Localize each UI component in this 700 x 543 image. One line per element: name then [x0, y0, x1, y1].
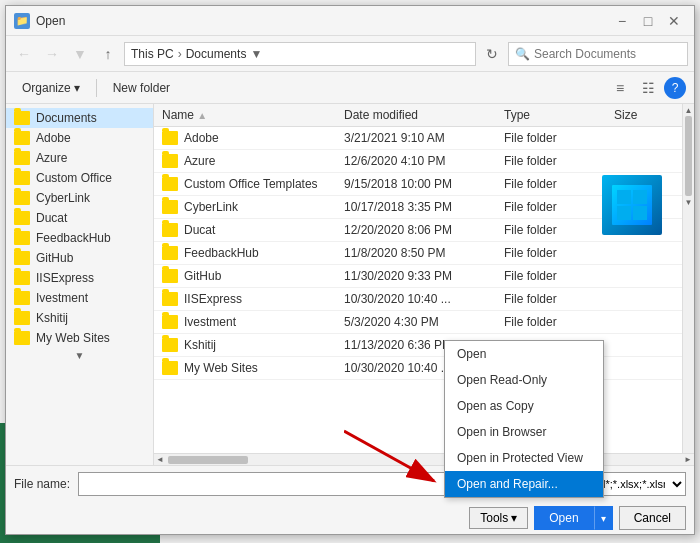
preview-button[interactable]: ☷: [636, 76, 660, 100]
windows-logo-svg: [616, 189, 648, 221]
sidebar-item-adobe[interactable]: Adobe: [6, 128, 153, 148]
folder-icon: [162, 292, 178, 306]
back-button[interactable]: ←: [12, 42, 36, 66]
cancel-button[interactable]: Cancel: [619, 506, 686, 530]
sidebar-item-feedbackhub[interactable]: FeedbackHub: [6, 228, 153, 248]
address-path[interactable]: This PC › Documents ▼: [124, 42, 476, 66]
sidebar-label: FeedbackHub: [36, 231, 111, 245]
sidebar-item-ivestment[interactable]: Ivestment: [6, 288, 153, 308]
sidebar-item-custom-office[interactable]: Custom Office: [6, 168, 153, 188]
dropdown-item-open-in-browser[interactable]: Open in Browser: [445, 419, 603, 445]
svg-rect-0: [617, 190, 631, 204]
file-list-header: Name ▲ Date modified Type Size: [154, 104, 682, 127]
sidebar-label: CyberLink: [36, 191, 90, 205]
folder-icon: [14, 331, 30, 345]
dropdown-item-open-read-only[interactable]: Open Read-Only: [445, 367, 603, 393]
scroll-up-arrow[interactable]: ▲: [683, 104, 694, 116]
tools-button[interactable]: Tools ▾: [469, 507, 528, 529]
dropdown-item-open[interactable]: Open: [445, 341, 603, 367]
file-name-cell: Azure: [162, 154, 344, 168]
horizontal-scrollbar[interactable]: ◄ ►: [154, 453, 694, 465]
filename-input[interactable]: [78, 472, 498, 496]
folder-icon: [162, 223, 178, 237]
svg-rect-1: [633, 190, 647, 204]
minimize-button[interactable]: −: [610, 10, 634, 32]
dropdown-item-open-repair[interactable]: Open and Repair...: [445, 471, 603, 497]
dropdown-item-open-protected[interactable]: Open in Protected View: [445, 445, 603, 471]
table-row[interactable]: Ivestment 5/3/2020 4:30 PM File folder: [154, 311, 682, 334]
search-input[interactable]: [534, 47, 681, 61]
toolbar: Organize ▾ New folder ≡ ☷ ?: [6, 72, 694, 104]
help-button[interactable]: ?: [664, 77, 686, 99]
forward-button[interactable]: →: [40, 42, 64, 66]
table-row[interactable]: FeedbackHub 11/8/2020 8:50 PM File folde…: [154, 242, 682, 265]
col-name[interactable]: Name ▲: [162, 108, 344, 122]
file-name-cell: GitHub: [162, 269, 344, 283]
sidebar-label: GitHub: [36, 251, 73, 265]
up-button[interactable]: ↑: [96, 42, 120, 66]
organize-button[interactable]: Organize ▾: [14, 78, 88, 98]
folder-icon: [162, 315, 178, 329]
file-name-cell: IISExpress: [162, 292, 344, 306]
sidebar-label: Ivestment: [36, 291, 88, 305]
dialog-icon: 📁: [14, 13, 30, 29]
dropdown-item-open-as-copy[interactable]: Open as Copy: [445, 393, 603, 419]
folder-icon: [14, 311, 30, 325]
sidebar-item-github[interactable]: GitHub: [6, 248, 153, 268]
col-date[interactable]: Date modified: [344, 108, 504, 122]
new-folder-button[interactable]: New folder: [105, 78, 178, 98]
h-scroll-right-arrow[interactable]: ►: [682, 455, 694, 464]
open-dropdown-button[interactable]: ▾: [594, 506, 613, 530]
window-controls: − □ ✕: [610, 10, 686, 32]
sidebar-item-ducat[interactable]: Ducat: [6, 208, 153, 228]
tools-arrow-icon: ▾: [511, 511, 517, 525]
dialog-title: Open: [36, 14, 610, 28]
path-thispc: This PC: [131, 47, 174, 61]
sidebar-item-iisexpress[interactable]: IISExpress: [6, 268, 153, 288]
folder-icon: [162, 177, 178, 191]
file-name-cell: Adobe: [162, 131, 344, 145]
filename-label: File name:: [14, 477, 70, 491]
col-type[interactable]: Type: [504, 108, 614, 122]
table-row[interactable]: IISExpress 10/30/2020 10:40 ... File fol…: [154, 288, 682, 311]
file-name-cell: Ducat: [162, 223, 344, 237]
table-row[interactable]: Azure 12/6/2020 4:10 PM File folder: [154, 150, 682, 173]
file-name-cell: Kshitij: [162, 338, 344, 352]
new-folder-label: New folder: [113, 81, 170, 95]
view-button[interactable]: ≡: [608, 76, 632, 100]
vertical-scrollbar[interactable]: ▲ ▼: [682, 104, 694, 453]
open-button[interactable]: Open: [534, 506, 593, 530]
scroll-thumb[interactable]: [685, 116, 692, 196]
windows-logo-overlay: [602, 175, 662, 235]
tools-label: Tools: [480, 511, 508, 525]
folder-icon: [162, 246, 178, 260]
close-button[interactable]: ✕: [662, 10, 686, 32]
windows-logo-inner: [612, 185, 652, 225]
table-row-custom-office-templates[interactable]: Custom Office Templates 9/15/2018 10:00 …: [154, 173, 682, 196]
scroll-down-arrow[interactable]: ▼: [683, 196, 694, 208]
address-bar: ← → ▼ ↑ This PC › Documents ▼ ↻ 🔍: [6, 36, 694, 72]
h-scroll-left-arrow[interactable]: ◄: [154, 455, 166, 464]
sidebar-label: Documents: [36, 111, 97, 125]
recent-locations-button[interactable]: ▼: [68, 42, 92, 66]
refresh-button[interactable]: ↻: [480, 42, 504, 66]
folder-icon: [14, 251, 30, 265]
sidebar-item-azure[interactable]: Azure: [6, 148, 153, 168]
h-scroll-thumb[interactable]: [168, 456, 248, 464]
scroll-down-indicator[interactable]: ▼: [6, 348, 153, 363]
sidebar-item-cyberlink[interactable]: CyberLink: [6, 188, 153, 208]
sidebar-item-my-web-sites[interactable]: My Web Sites: [6, 328, 153, 348]
maximize-button[interactable]: □: [636, 10, 660, 32]
col-size[interactable]: Size: [614, 108, 674, 122]
sidebar-label: IISExpress: [36, 271, 94, 285]
file-name-cell: FeedbackHub: [162, 246, 344, 260]
folder-icon: [14, 291, 30, 305]
table-row[interactable]: GitHub 11/30/2020 9:33 PM File folder: [154, 265, 682, 288]
sidebar-item-kshitij[interactable]: Kshitij: [6, 308, 153, 328]
folder-icon: [14, 211, 30, 225]
open-dropdown-menu: Open Open Read-Only Open as Copy Open in…: [444, 340, 604, 498]
toolbar-right: ≡ ☷ ?: [608, 76, 686, 100]
table-row[interactable]: Adobe 3/21/2021 9:10 AM File folder: [154, 127, 682, 150]
sidebar-item-documents[interactable]: Documents: [6, 108, 153, 128]
sidebar-label: Azure: [36, 151, 67, 165]
